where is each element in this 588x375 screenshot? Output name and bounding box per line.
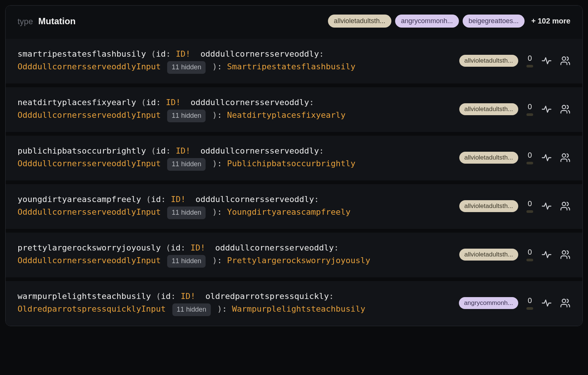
field-name: publichipbatsoccurbrightly: [18, 146, 146, 155]
field-signature: youngdirtyareascampfreely (id: ID! odddu…: [18, 193, 459, 219]
open-paren: (: [151, 146, 156, 155]
arg-id-type: ID!: [191, 243, 206, 252]
svg-point-0: [562, 57, 566, 60]
arg2-type: OdddullcornersserveoddlyInput: [18, 256, 161, 265]
colon: :: [217, 110, 227, 120]
svg-point-2: [562, 154, 566, 157]
svg-point-4: [562, 250, 566, 254]
arg2-type: OldredparrotspressquicklyInput: [18, 304, 166, 313]
hidden-args-badge[interactable]: 11 hidden: [167, 207, 206, 219]
colon: :: [319, 146, 324, 155]
close-paren: ): [217, 304, 222, 313]
usage-count-value: 0: [528, 103, 532, 111]
users-icon[interactable]: [560, 152, 570, 163]
hidden-args-badge[interactable]: 11 hidden: [167, 158, 206, 171]
svg-point-1: [562, 105, 566, 108]
arg-id-label: id: [161, 292, 171, 301]
header-tag-pill[interactable]: allvioletadultsth...: [328, 15, 391, 28]
usage-count-value: 0: [528, 151, 532, 160]
activity-icon[interactable]: [541, 298, 552, 308]
field-row[interactable]: warmpurplelightsteachbusily (id: ID! old…: [6, 277, 582, 326]
open-paren: (: [141, 98, 146, 107]
usage-count: 0: [526, 103, 533, 116]
activity-icon[interactable]: [541, 249, 552, 260]
users-icon[interactable]: [560, 249, 570, 260]
field-signature: warmpurplelightsteachbusily (id: ID! old…: [18, 290, 459, 316]
field-name: smartripestatesflashbusily: [18, 49, 146, 59]
header-tag-pill[interactable]: angrycommonh...: [395, 15, 459, 28]
colon: :: [166, 146, 176, 155]
usage-bar: [526, 162, 533, 164]
header-tag-pill[interactable]: beigegreattoes...: [463, 15, 525, 28]
field-name: neatdirtyplacesfixyearly: [18, 98, 136, 107]
field-tag-pill[interactable]: allvioletadultsth...: [459, 103, 518, 115]
activity-icon[interactable]: [541, 152, 552, 163]
open-paren: (: [151, 49, 156, 59]
colon: :: [217, 207, 227, 217]
activity-icon[interactable]: [541, 201, 552, 211]
users-icon[interactable]: [560, 104, 570, 114]
arg-id-type: ID!: [176, 49, 191, 59]
usage-count: 0: [526, 199, 533, 213]
users-icon[interactable]: [560, 56, 570, 66]
users-icon[interactable]: [560, 201, 570, 211]
arg2-type: OdddullcornersserveoddlyInput: [18, 159, 161, 168]
field-row[interactable]: prettylargerocksworryjoyously (id: ID! o…: [6, 229, 582, 277]
hidden-args-badge[interactable]: 11 hidden: [172, 303, 211, 316]
usage-count: 0: [526, 296, 533, 310]
usage-bar: [526, 259, 533, 261]
type-label: type: [18, 17, 33, 26]
arg-id-type: ID!: [166, 98, 181, 107]
field-meta: allvioletadultsth...0: [459, 199, 570, 213]
colon: :: [181, 243, 191, 252]
colon: :: [156, 98, 166, 107]
close-paren: ): [212, 256, 217, 265]
field-signature: smartripestatesflashbusily (id: ID! oddd…: [18, 48, 459, 74]
arg2-label: odddullcornersserveoddly: [200, 49, 319, 59]
activity-icon[interactable]: [541, 104, 552, 114]
field-list: smartripestatesflashbusily (id: ID! oddd…: [6, 39, 582, 326]
field-meta: angrycommonh...0: [459, 296, 570, 310]
field-row[interactable]: smartripestatesflashbusily (id: ID! oddd…: [6, 39, 582, 83]
close-paren: ): [212, 62, 217, 71]
field-name: youngdirtyareascampfreely: [18, 195, 141, 204]
colon: :: [161, 195, 171, 204]
more-tags-count[interactable]: + 102 more: [531, 17, 570, 25]
field-row[interactable]: neatdirtyplacesfixyearly (id: ID! odddul…: [6, 83, 582, 132]
users-icon[interactable]: [560, 298, 570, 308]
field-meta: allvioletadultsth...0: [459, 54, 570, 67]
arg2-type: OdddullcornersserveoddlyInput: [18, 62, 161, 71]
arg2-type: OdddullcornersserveoddlyInput: [18, 110, 161, 120]
hidden-args-badge[interactable]: 11 hidden: [167, 61, 206, 74]
field-tag-pill[interactable]: angrycommonh...: [459, 297, 518, 309]
field-name: warmpurplelightsteachbusily: [18, 292, 151, 301]
return-type: Prettylargerocksworryjoyously: [227, 256, 370, 265]
hidden-args-badge[interactable]: 11 hidden: [167, 110, 206, 122]
field-tag-pill[interactable]: allvioletadultsth...: [459, 200, 518, 212]
hidden-args-badge[interactable]: 11 hidden: [167, 255, 206, 268]
field-tag-pill[interactable]: allvioletadultsth...: [459, 249, 518, 261]
close-paren: ): [212, 110, 217, 120]
close-paren: ): [212, 207, 217, 217]
activity-icon[interactable]: [541, 56, 552, 66]
field-tag-pill[interactable]: allvioletadultsth...: [459, 152, 518, 164]
field-tag-pill[interactable]: allvioletadultsth...: [459, 55, 518, 67]
field-row[interactable]: youngdirtyareascampfreely (id: ID! odddu…: [6, 180, 582, 229]
arg-id-type: ID!: [181, 292, 196, 301]
arg-id-type: ID!: [176, 146, 191, 155]
usage-bar: [526, 65, 533, 67]
return-type: Publichipbatsoccurbrightly: [227, 159, 355, 168]
arg-id-label: id: [151, 195, 161, 204]
field-meta: allvioletadultsth...0: [459, 103, 570, 116]
open-paren: (: [156, 292, 161, 301]
arg2-label: odddullcornersserveoddly: [215, 243, 334, 252]
field-signature: prettylargerocksworryjoyously (id: ID! o…: [18, 242, 459, 268]
usage-count-value: 0: [528, 54, 532, 63]
arg-id-label: id: [156, 49, 166, 59]
usage-count: 0: [526, 54, 533, 67]
arg2-label: odddullcornersserveoddly: [200, 146, 319, 155]
field-row[interactable]: publichipbatsoccurbrightly (id: ID! oddd…: [6, 132, 582, 180]
return-type: Smartripestatesflashbusily: [227, 62, 355, 71]
usage-count-value: 0: [528, 199, 532, 208]
field-meta: allvioletadultsth...0: [459, 151, 570, 164]
